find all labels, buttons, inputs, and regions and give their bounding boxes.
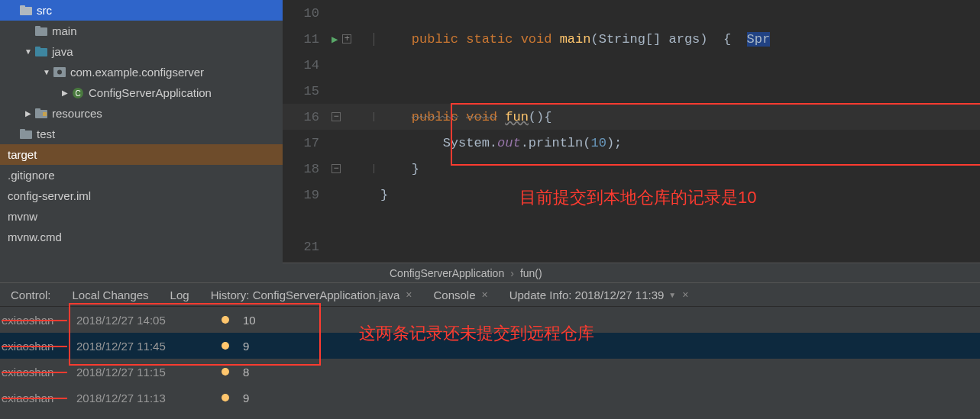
tree-label: src	[37, 4, 52, 17]
tab-console[interactable]: Console×	[422, 283, 498, 306]
chevron-down-icon[interactable]: ▼	[668, 291, 676, 299]
line-number: 15	[283, 84, 325, 98]
svg-rect-5	[35, 47, 40, 50]
code-line[interactable]: }	[374, 162, 980, 176]
svg-point-7	[57, 70, 62, 75]
log-author: exiaoshan	[0, 366, 76, 379]
log-message: 9	[237, 340, 249, 353]
folder-icon	[34, 108, 49, 118]
vc-control-label: Control:	[0, 283, 62, 306]
line-number: 18	[283, 162, 325, 176]
line-number: 16	[283, 110, 325, 124]
breadcrumb-item[interactable]: ConfigServerApplication	[390, 267, 504, 279]
tab-log[interactable]: Log	[160, 283, 200, 306]
line-number: 14	[283, 58, 325, 73]
commit-graph	[214, 394, 237, 401]
tab-history[interactable]: History: ConfigServerApplication.java×	[200, 283, 423, 306]
folder-icon	[34, 26, 49, 36]
tree-label: config-server.iml	[8, 189, 91, 202]
tree-item-class[interactable]: ▶ C ConfigServerApplication	[0, 82, 283, 103]
tree-label: com.example.configserver	[70, 66, 204, 79]
log-row[interactable]: exiaoshan 2018/12/27 11:45 9	[0, 333, 980, 359]
chevron-down-icon[interactable]: ▼	[41, 68, 52, 76]
tree-item-target[interactable]: target	[0, 144, 283, 165]
tree-item-gitignore[interactable]: .gitignore	[0, 165, 283, 185]
log-author: exiaoshan	[0, 340, 76, 353]
log-row[interactable]: exiaoshan 2018/12/27 11:13 9	[0, 385, 980, 411]
log-date: 2018/12/27 11:13	[76, 392, 214, 404]
tree-item-mvnwcmd[interactable]: mvnw.cmd	[0, 227, 283, 247]
log-author: exiaoshan	[0, 392, 76, 404]
log-date: 2018/12/27 14:05	[76, 314, 214, 327]
line-number: 10	[283, 6, 325, 21]
commit-graph	[214, 316, 237, 324]
line-number: 21	[283, 240, 325, 254]
tab-update-info[interactable]: Update Info: 2018/12/27 11:39▼×	[499, 283, 700, 306]
svg-rect-3	[35, 26, 40, 29]
chevron-down-icon[interactable]: ▼	[23, 47, 34, 56]
line-number: 17	[283, 136, 325, 150]
svg-rect-14	[20, 129, 25, 132]
chevron-right-icon[interactable]: ▶	[60, 89, 70, 97]
tree-item-src[interactable]: src	[0, 0, 283, 21]
line-number: 11	[283, 32, 325, 47]
code-line[interactable]: public static void main(String[] args) {…	[374, 32, 980, 47]
tree-label: java	[52, 45, 73, 58]
class-icon: C	[70, 87, 86, 99]
tree-item-package[interactable]: ▼ com.example.configserver	[0, 62, 283, 82]
log-message: 8	[237, 366, 249, 379]
tree-item-main[interactable]: main	[0, 21, 283, 41]
close-icon[interactable]: ×	[682, 288, 688, 301]
log-row[interactable]: exiaoshan 2018/12/27 14:05 10	[0, 307, 980, 333]
tree-item-java[interactable]: ▼ java	[0, 41, 283, 62]
tree-label: .gitignore	[8, 169, 55, 182]
fold-expand-icon[interactable]: +	[342, 34, 351, 44]
tree-label: ConfigServerApplication	[89, 86, 212, 99]
tab-local-changes[interactable]: Local Changes	[62, 283, 160, 306]
code-line[interactable]: System.out.println(10);	[374, 136, 980, 150]
fold-collapse-icon[interactable]: −	[332, 164, 341, 173]
commit-graph	[214, 368, 237, 375]
run-icon[interactable]: ▶	[332, 33, 338, 46]
project-tree: src main ▼ java ▼ com.example.configserv…	[0, 0, 283, 282]
chevron-right-icon[interactable]: ▶	[23, 109, 34, 118]
log-author: exiaoshan	[0, 314, 76, 327]
log-message: 9	[237, 392, 249, 404]
log-row[interactable]: exiaoshan 2018/12/27 11:15 8	[0, 359, 980, 385]
code-editor[interactable]: 10 11 ▶ + public static void main(String…	[283, 0, 980, 282]
tree-label: test	[37, 127, 55, 140]
svg-text:C: C	[75, 89, 80, 98]
code-line[interactable]: public void fun(){	[374, 110, 980, 124]
tree-item-test[interactable]: test	[0, 124, 283, 144]
svg-rect-12	[43, 112, 47, 116]
code-line[interactable]: }	[374, 188, 980, 202]
close-icon[interactable]: ×	[482, 288, 488, 301]
package-icon	[52, 67, 67, 77]
tree-label: target	[8, 148, 37, 161]
chevron-right-icon: ›	[510, 267, 514, 279]
tree-label: resources	[52, 107, 102, 120]
tree-item-mvnw[interactable]: mvnw	[0, 206, 283, 227]
fold-collapse-icon[interactable]: −	[332, 112, 341, 121]
commit-graph	[214, 342, 237, 350]
log-date: 2018/12/27 11:15	[76, 366, 214, 379]
breadcrumb: ConfigServerApplication › fun()	[283, 263, 980, 282]
git-log: exiaoshan 2018/12/27 14:05 10 exiaoshan …	[0, 307, 980, 419]
tree-label: main	[52, 24, 77, 37]
version-control-tabs: Control: Local Changes Log History: Conf…	[0, 282, 980, 307]
breadcrumb-item[interactable]: fun()	[520, 267, 542, 279]
svg-rect-1	[20, 5, 25, 8]
tree-item-iml[interactable]: config-server.iml	[0, 185, 283, 206]
tree-label: mvnw	[8, 210, 37, 223]
folder-icon	[34, 47, 49, 56]
svg-rect-11	[35, 108, 40, 111]
log-date: 2018/12/27 11:45	[76, 340, 214, 353]
tree-label: mvnw.cmd	[8, 230, 62, 243]
close-icon[interactable]: ×	[406, 288, 412, 301]
tree-item-resources[interactable]: ▶ resources	[0, 103, 283, 124]
line-number: 19	[283, 188, 325, 202]
folder-icon	[18, 5, 34, 15]
folder-icon	[18, 129, 34, 139]
log-message: 10	[237, 314, 256, 327]
